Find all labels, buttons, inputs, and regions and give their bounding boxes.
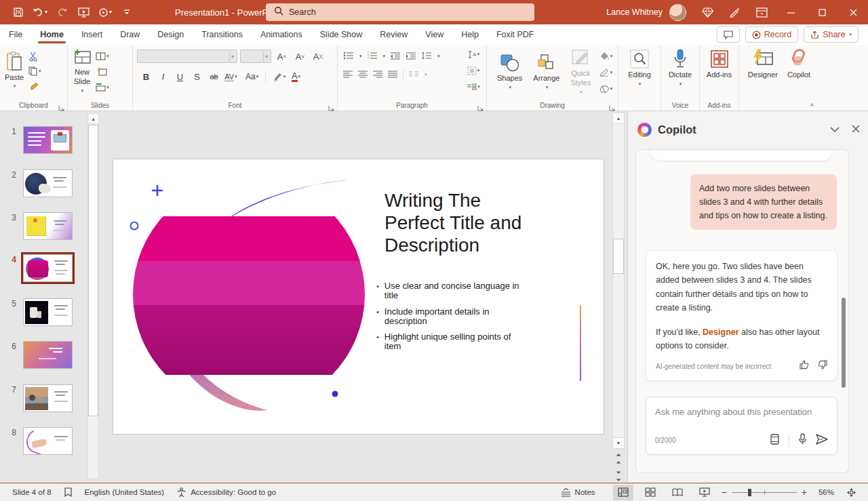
underline-button[interactable]: U [172, 69, 188, 84]
ribbon-display-options-icon[interactable] [749, 0, 774, 24]
scroll-up-icon[interactable]: ▲ [88, 114, 98, 124]
copilot-collapse-icon[interactable] [830, 123, 840, 136]
thumbnail-slide-5[interactable]: 5 [7, 298, 73, 326]
comments-button[interactable] [717, 26, 740, 43]
share-button[interactable]: Share ▾ [804, 26, 859, 43]
slide-layout-icon[interactable]: ▾ [95, 49, 110, 63]
slide-title[interactable]: Writing The Perfect Title and Descriptio… [384, 189, 537, 256]
close-button[interactable] [838, 0, 868, 24]
collapse-ribbon-icon[interactable]: ˄ [810, 102, 814, 108]
paste-button[interactable]: Paste ▾ [1, 50, 27, 91]
cut-icon[interactable] [27, 49, 42, 63]
slide-canvas[interactable]: Writing The Perfect Title and Descriptio… [113, 159, 604, 435]
decrease-font-icon[interactable]: A˅ [292, 49, 308, 64]
scroll-up-icon[interactable]: ▲ [613, 113, 624, 124]
section-icon[interactable]: ▾ [95, 81, 110, 94]
main-scrollbar[interactable]: ▲ ▼ ⏶⏶ ⏷⏷ [612, 113, 625, 481]
scrollbar-thumb[interactable] [88, 125, 98, 416]
copilot-input-box[interactable]: 0/2000 [646, 397, 837, 455]
change-case-button[interactable]: Aa▾ [244, 69, 260, 84]
copy-icon[interactable]: ▾ [27, 64, 42, 78]
editing-button[interactable]: Editing ▾ [620, 47, 659, 88]
thumbs-up-icon[interactable] [800, 360, 809, 374]
format-painter-icon[interactable] [27, 79, 42, 93]
clipboard-dialog-launcher[interactable] [58, 102, 65, 108]
copilot-close-icon[interactable] [852, 123, 860, 136]
slide-bullet-list[interactable]: •Use clear and concise language in title… [376, 281, 529, 352]
thumbnail-scrollbar[interactable]: ▲ [87, 113, 99, 479]
thumbnail-slide-2[interactable]: 2 [7, 169, 73, 197]
increase-indent-icon[interactable] [406, 50, 416, 62]
convert-smartart-icon[interactable]: ▾ [466, 80, 481, 94]
fit-slide-to-window-button[interactable] [841, 485, 861, 500]
thumbnail-image[interactable] [23, 212, 73, 240]
font-dialog-launcher[interactable] [328, 102, 335, 108]
user-name[interactable]: Lance Whitney [606, 7, 663, 17]
designer-link[interactable]: Designer [703, 327, 739, 337]
touch-mouse-mode-icon[interactable]: ▾ [96, 3, 114, 21]
thumbnail-image[interactable] [23, 427, 73, 455]
arrange-button[interactable]: Arrange ▾ [530, 52, 563, 92]
paragraph-dialog-launcher[interactable] [477, 102, 484, 108]
shape-outline-icon[interactable]: ▾ [598, 66, 613, 79]
accessibility-status[interactable]: Accessibility: Good to go [176, 487, 276, 498]
search-input[interactable] [289, 7, 506, 17]
designer-button[interactable]: Designer [745, 47, 781, 81]
zoom-out-button[interactable]: − [722, 487, 727, 498]
previous-slide-button[interactable]: ⏶⏶ [616, 452, 620, 466]
addins-button[interactable]: Add-ins [701, 47, 737, 81]
sparkle-pen-icon[interactable] [722, 0, 747, 24]
slideshow-view-button[interactable] [694, 485, 715, 500]
shape-fill-icon[interactable]: ▾ [598, 49, 613, 63]
shape-effects-icon[interactable]: ▾ [598, 82, 613, 96]
reading-view-button[interactable] [667, 485, 688, 500]
chat-scrollbar-thumb[interactable] [842, 298, 846, 388]
customize-qat-icon[interactable] [118, 3, 136, 21]
bold-button[interactable]: B [138, 69, 154, 84]
send-icon[interactable] [816, 434, 828, 447]
zoom-in-button[interactable]: + [802, 487, 807, 498]
scroll-down-icon[interactable]: ▼ [613, 437, 624, 448]
italic-button[interactable]: I [155, 69, 171, 84]
copilot-ribbon-button[interactable]: Copilot [784, 47, 814, 81]
start-slideshow-icon[interactable] [75, 3, 92, 21]
thumbs-down-icon[interactable] [818, 360, 827, 374]
font-size-combo[interactable]: ▾ [240, 49, 271, 63]
tab-slide-show[interactable]: Slide Show [311, 24, 372, 45]
dictate-button[interactable]: Dictate ▾ [663, 47, 698, 88]
spellcheck-icon[interactable] [64, 487, 73, 498]
thumbnail-slide-6[interactable]: 6 [7, 341, 73, 369]
numbered-list-icon[interactable] [367, 50, 378, 62]
thumbnail-slide-7[interactable]: 7 [7, 384, 73, 412]
prompt-library-icon[interactable] [770, 434, 780, 447]
thumbnail-image[interactable] [23, 169, 73, 197]
maximize-button[interactable] [807, 0, 837, 24]
thumbnail-slide-8[interactable]: 8 [7, 427, 73, 455]
align-left-icon[interactable] [343, 68, 353, 81]
save-icon[interactable] [9, 3, 27, 21]
text-direction-icon[interactable]: A▾ [466, 47, 481, 61]
premium-diamond-icon[interactable] [694, 0, 720, 24]
align-right-icon[interactable] [373, 68, 382, 81]
clear-formatting-icon[interactable]: A [311, 49, 326, 64]
zoom-level[interactable]: 56% [814, 488, 834, 496]
shadow-button[interactable]: S [189, 69, 205, 84]
font-name-combo[interactable]: ▾ [137, 49, 237, 63]
character-spacing-button[interactable]: AV▾ [223, 69, 239, 84]
tab-file[interactable]: File [0, 24, 31, 45]
tab-draw[interactable]: Draw [111, 24, 149, 45]
tab-animations[interactable]: Animations [252, 24, 311, 45]
tab-review[interactable]: Review [371, 24, 416, 45]
notes-toggle[interactable]: Notes [561, 488, 595, 497]
bullet-list-icon[interactable] [343, 50, 354, 62]
reset-slide-icon[interactable] [95, 65, 110, 79]
scrollbar-thumb[interactable] [613, 239, 624, 274]
thumbnail-image[interactable] [23, 341, 73, 369]
font-color-icon[interactable]: A▾ [288, 69, 304, 84]
language-indicator[interactable]: English (United States) [85, 488, 165, 496]
slide-sorter-view-button[interactable] [640, 485, 660, 500]
new-slide-button[interactable]: New Slide ▾ [69, 47, 95, 95]
microphone-icon[interactable] [798, 433, 807, 447]
strikethrough-button[interactable]: ab [206, 69, 222, 84]
zoom-slider-thumb[interactable] [748, 489, 751, 496]
